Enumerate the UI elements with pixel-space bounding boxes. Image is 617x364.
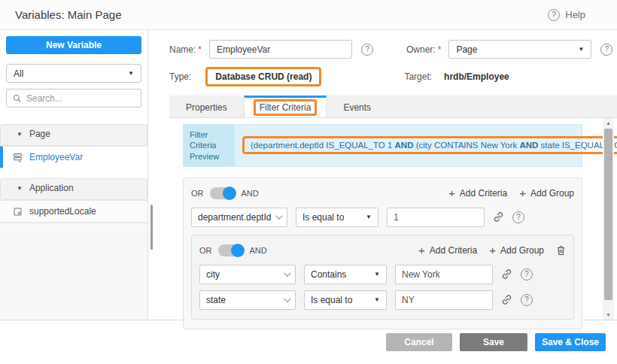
scroll-up-arrow[interactable]: ▲ [603,118,614,128]
required-marker: * [198,44,202,55]
name-input[interactable] [209,40,352,59]
criteria-group-nested: OR AND + Add Criteria + [191,235,574,320]
name-owner-row: Name:* ? Owner:* Page ▼ ? [169,40,617,59]
operator-select[interactable]: Is equal to ▼ [296,208,378,227]
variable-filter-select[interactable]: All ▼ [6,64,141,83]
add-criteria-label: Add Criteria [460,188,507,199]
preview-label: Filter Criteria Preview [184,125,235,166]
tree-node-supportedlocale[interactable]: supportedLocale [0,200,147,222]
plus-icon: + [448,187,455,199]
caret-down-icon: ▼ [374,296,380,303]
or-and-toggle[interactable] [210,187,236,199]
vertical-scrollbar[interactable]: ▲ ▼ [603,118,614,320]
criteria-help-icon[interactable]: ? [512,211,524,223]
tab-filter-criteria[interactable]: Filter Criteria [244,96,327,117]
owner-value: Page [456,44,477,55]
tree-node-label: Application [29,183,74,193]
add-group-label: Add Group [530,188,574,199]
tree-node-employeevar[interactable]: EmployeeVar [0,146,147,168]
variable-editor: Name:* ? Owner:* Page ▼ ? Type: Database… [148,30,617,320]
field-value: state [206,295,226,305]
criteria-group-root: OR AND + Add Criteria + Add Group [183,177,582,329]
field-select[interactable]: state [199,290,296,310]
plus-icon: + [489,244,496,256]
trash-icon [556,245,566,256]
tree-node-label: supportedLocale [29,206,96,217]
delete-group-button[interactable] [556,245,566,256]
type-target-row: Type: Database CRUD (read) Target: hrdb/… [169,67,617,86]
help-label: Help [565,9,585,20]
owner-help-icon[interactable]: ? [600,44,612,56]
owner-select[interactable]: Page ▼ [448,40,591,59]
and-label: AND [250,246,267,255]
operator-value: Contains [311,269,346,280]
bind-variable-button[interactable] [501,268,512,280]
or-and-toggle[interactable] [218,244,244,256]
save-and-close-button[interactable]: Save & Close [535,333,606,351]
criteria-row: department.deptId Is equal to ▼ [191,208,574,227]
name-help-icon[interactable]: ? [361,44,373,56]
value-input[interactable] [387,208,485,227]
chevron-down-icon [284,296,291,303]
or-label: OR [199,246,212,255]
tab-label-highlighted: Filter Criteria [254,99,318,116]
database-variable-icon [13,153,23,162]
required-marker: * [438,44,442,55]
page-title: Variables: Main Page [15,8,121,21]
variables-sidebar: New Variable All ▼ ▼ Page [0,30,148,320]
operator-value: Is equal to [311,295,352,305]
search-input[interactable] [26,93,135,104]
cancel-button[interactable]: Cancel [386,333,452,351]
dialog-body: New Variable All ▼ ▼ Page [0,30,617,320]
field-select[interactable]: city [199,265,296,284]
criteria-row: state Is equal to ▼ [199,290,566,310]
tab-events[interactable]: Events [327,96,388,117]
owner-label: Owner: [406,44,436,55]
bind-variable-button[interactable] [501,294,512,305]
tree-node-application[interactable]: ▼ Application [0,178,147,200]
add-group-button[interactable]: + Add Group [519,187,574,199]
scroll-down-arrow[interactable]: ▼ [603,310,614,320]
add-criteria-button[interactable]: + Add Criteria [418,244,477,256]
plus-icon: + [519,187,526,199]
new-variable-button[interactable]: New Variable [6,36,141,54]
type-value-highlighted: Database CRUD (read) [205,67,321,86]
toggle-knob [231,244,245,257]
value-input[interactable] [395,290,493,310]
or-label: OR [191,189,204,198]
add-criteria-button[interactable]: + Add Criteria [448,187,507,199]
field-select[interactable]: department.deptId [191,208,287,227]
target-label: Target: [404,71,432,82]
caret-down-icon: ▼ [128,70,134,77]
search-icon [13,94,22,103]
tab-properties[interactable]: Properties [169,96,244,117]
help-button[interactable]: ? Help [548,9,585,21]
variable-tree: ▼ Page EmployeeVar ▼ Application [0,114,147,223]
operator-select[interactable]: Is equal to ▼ [304,290,387,310]
add-criteria-label: Add Criteria [430,245,477,256]
save-button[interactable]: Save [460,333,527,351]
scrollbar-thumb[interactable] [604,129,612,300]
chevron-down-icon [275,213,283,220]
criteria-row: city Contains ▼ [199,265,566,284]
name-label: Name: [169,44,196,55]
filter-criteria-preview: Filter Criteria Preview (department.dept… [183,124,582,167]
criteria-help-icon[interactable]: ? [521,294,533,306]
target-value: hrdb/Employee [444,71,509,82]
model-variable-icon [13,207,23,217]
filter-criteria-panel: Filter Criteria Preview (department.dept… [169,118,617,320]
link-icon [501,294,512,305]
add-group-label: Add Group [500,245,544,256]
chevron-down-icon [284,270,291,278]
panel-scrollbar-thumb[interactable] [150,205,153,250]
tree-node-page[interactable]: ▼ Page [0,124,147,146]
bind-variable-button[interactable] [493,211,504,223]
add-group-button[interactable]: + Add Group [489,244,544,256]
plus-icon: + [418,244,425,256]
criteria-help-icon[interactable]: ? [521,268,533,281]
operator-select[interactable]: Contains ▼ [304,265,387,284]
group-toolbar: OR AND + Add Criteria + [199,242,566,259]
search-box[interactable] [6,89,141,108]
operator-value: Is equal to [302,212,344,223]
value-input[interactable] [395,265,493,284]
